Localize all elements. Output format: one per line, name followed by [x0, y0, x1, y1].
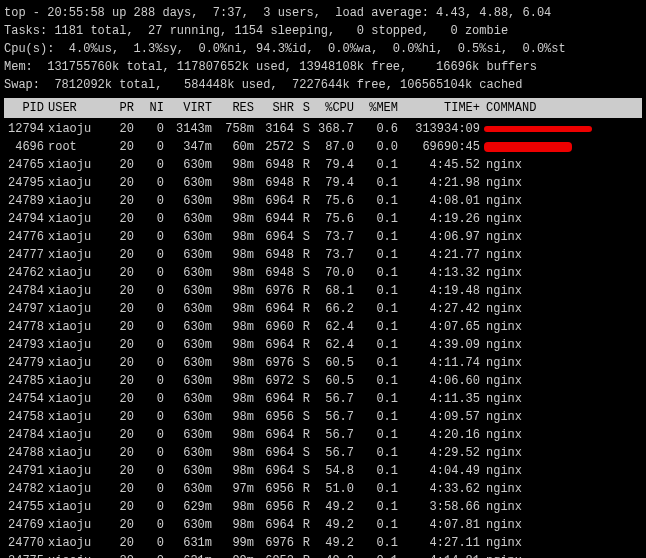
cell-res: 98m [212, 246, 254, 264]
cell-command: nginx [480, 552, 642, 558]
cell-s: S [294, 408, 310, 426]
cell-ni: 0 [134, 516, 164, 534]
col-header-shr: SHR [254, 99, 294, 117]
col-header-mem: %MEM [354, 99, 398, 117]
process-row: 24793xiaoju200630m98m6964R62.40.14:39.09… [4, 336, 642, 354]
cell-cpu: 87.0 [310, 138, 354, 156]
cell-user: xiaoju [48, 156, 104, 174]
cell-res: 98m [212, 354, 254, 372]
cell-pid: 24785 [4, 372, 48, 390]
cell-mem: 0.1 [354, 408, 398, 426]
cell-pid: 24778 [4, 318, 48, 336]
cell-mem: 0.1 [354, 534, 398, 552]
process-row: 24791xiaoju200630m98m6964S54.80.14:04.49… [4, 462, 642, 480]
process-row: 24784xiaoju200630m98m6976R68.10.14:19.48… [4, 282, 642, 300]
cell-mem: 0.1 [354, 174, 398, 192]
cell-mem: 0.1 [354, 264, 398, 282]
cell-pr: 20 [104, 246, 134, 264]
process-table-body: 12794xiaoju2003143m758m3164S368.70.63139… [4, 120, 642, 558]
cell-user: xiaoju [48, 462, 104, 480]
process-row: 24777xiaoju200630m98m6948R73.70.14:21.77… [4, 246, 642, 264]
cell-pid: 24777 [4, 246, 48, 264]
cell-shr: 6956 [254, 498, 294, 516]
cell-virt: 347m [164, 138, 212, 156]
cell-res: 98m [212, 174, 254, 192]
top-summary: top - 20:55:58 up 288 days, 7:37, 3 user… [4, 4, 642, 94]
cell-command: nginx [480, 210, 642, 228]
cell-s: R [294, 282, 310, 300]
cell-time: 4:27.42 [398, 300, 480, 318]
cell-cpu: 73.7 [310, 246, 354, 264]
cell-cpu: 75.6 [310, 210, 354, 228]
process-row: 24765xiaoju200630m98m6948R79.40.14:45.52… [4, 156, 642, 174]
cell-pid: 24762 [4, 264, 48, 282]
cell-time: 4:07.65 [398, 318, 480, 336]
cell-s: S [294, 228, 310, 246]
cell-time: 4:08.01 [398, 192, 480, 210]
cell-pid: 4696 [4, 138, 48, 156]
cell-res: 758m [212, 120, 254, 138]
cell-command: nginx [480, 516, 642, 534]
cell-mem: 0.1 [354, 228, 398, 246]
cell-ni: 0 [134, 300, 164, 318]
process-row: 24758xiaoju200630m98m6956S56.70.14:09.57… [4, 408, 642, 426]
cell-s: R [294, 192, 310, 210]
cell-virt: 630m [164, 444, 212, 462]
process-row: 24769xiaoju200630m98m6964R49.20.14:07.81… [4, 516, 642, 534]
cell-pr: 20 [104, 138, 134, 156]
cell-s: S [294, 138, 310, 156]
cell-cpu: 66.2 [310, 300, 354, 318]
col-header-user: USER [48, 99, 104, 117]
cell-user: xiaoju [48, 282, 104, 300]
cell-time: 4:06.60 [398, 372, 480, 390]
cell-virt: 630m [164, 336, 212, 354]
cell-pid: 24758 [4, 408, 48, 426]
cell-user: xiaoju [48, 120, 104, 138]
cell-pr: 20 [104, 156, 134, 174]
process-row: 24795xiaoju200630m98m6948R79.40.14:21.98… [4, 174, 642, 192]
cell-s: R [294, 426, 310, 444]
cell-pid: 24776 [4, 228, 48, 246]
cell-virt: 630m [164, 354, 212, 372]
cell-pr: 20 [104, 516, 134, 534]
cell-ni: 0 [134, 426, 164, 444]
cell-s: R [294, 300, 310, 318]
cell-shr: 6964 [254, 192, 294, 210]
cell-s: S [294, 264, 310, 282]
cell-mem: 0.1 [354, 156, 398, 174]
cell-time: 4:11.74 [398, 354, 480, 372]
cell-cpu: 60.5 [310, 372, 354, 390]
cell-shr: 6964 [254, 444, 294, 462]
cell-command: nginx [480, 264, 642, 282]
cell-pr: 20 [104, 552, 134, 558]
cell-user: xiaoju [48, 498, 104, 516]
cell-res: 60m [212, 138, 254, 156]
cell-ni: 0 [134, 462, 164, 480]
cell-res: 98m [212, 408, 254, 426]
cell-time: 69690:45 [398, 138, 480, 156]
cell-ni: 0 [134, 282, 164, 300]
summary-cpu: Cpu(s): 4.0%us, 1.3%sy, 0.0%ni, 94.3%id,… [4, 40, 642, 58]
cell-shr: 3164 [254, 120, 294, 138]
cell-mem: 0.1 [354, 552, 398, 558]
cell-pr: 20 [104, 318, 134, 336]
cell-pr: 20 [104, 336, 134, 354]
cell-cpu: 56.7 [310, 390, 354, 408]
cell-cpu: 368.7 [310, 120, 354, 138]
cell-shr: 6948 [254, 246, 294, 264]
cell-pid: 24793 [4, 336, 48, 354]
process-row: 24770xiaoju200631m99m6976R49.20.14:27.11… [4, 534, 642, 552]
cell-ni: 0 [134, 156, 164, 174]
cell-user: xiaoju [48, 174, 104, 192]
cell-ni: 0 [134, 534, 164, 552]
cell-s: R [294, 552, 310, 558]
cell-mem: 0.1 [354, 498, 398, 516]
cell-ni: 0 [134, 246, 164, 264]
col-header-time: TIME+ [398, 99, 480, 117]
cell-command: nginx [480, 426, 642, 444]
cell-shr: 6972 [254, 372, 294, 390]
cell-time: 3:58.66 [398, 498, 480, 516]
cell-s: S [294, 120, 310, 138]
process-row: 24797xiaoju200630m98m6964R66.20.14:27.42… [4, 300, 642, 318]
cell-command: nginx [480, 534, 642, 552]
